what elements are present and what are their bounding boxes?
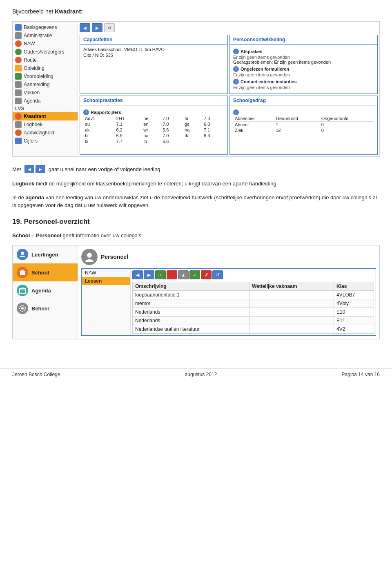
toolbar-next-btn[interactable]: ▶ <box>144 270 154 279</box>
sidebar-item-kwadrant[interactable]: Kwadrant <box>13 112 78 120</box>
sidebar-item-ouders[interactable]: Ouders/verzorgers <box>13 48 78 56</box>
personeel-label: Personeel <box>101 254 128 260</box>
agenda-para: In de agenda van een leerling van uw ond… <box>12 194 380 210</box>
sidebar-item-administratie[interactable]: Administratie <box>13 31 78 40</box>
personeel-screenshot: Leerlingen School Agenda Beheer <box>12 245 380 339</box>
table-row: NederlandsE11 <box>133 317 374 325</box>
footer-school: Jeroen Bosch College <box>12 372 60 377</box>
pers-sidebar-beheer[interactable]: Beheer <box>13 299 78 317</box>
beheer-icon <box>17 303 28 314</box>
agenda-icon <box>15 98 22 104</box>
sidebar-item-cijfers[interactable]: Cijfers <box>13 137 78 145</box>
inner-sidebar-naw[interactable]: NAW <box>82 269 130 277</box>
table-row: mentor4Vbly <box>133 299 374 308</box>
svg-marker-2 <box>19 270 26 272</box>
sidebar-item-agenda[interactable]: Agenda <box>13 97 78 105</box>
intro-heading: Bijvoorbeeld het Kwadrant: <box>12 8 380 15</box>
table-row: ak6.2wi5.6na7.1 <box>83 127 224 133</box>
toolbar-up-btn[interactable]: ▲ <box>178 270 189 279</box>
toolbar-check-btn[interactable]: ✓ <box>189 270 200 279</box>
next-button[interactable]: ▶ <box>92 23 102 32</box>
ouders-icon <box>15 49 22 55</box>
lessen-table: OmschrijvingWettelijke vaknaamKlas loopb… <box>132 282 374 334</box>
kwadrant-sidebar: Basisgegevens Administratie NAW Ouders/v… <box>13 22 78 156</box>
schoolgedrag-body: i AbsentiesGeoorloofdOngeoorloofd Absent… <box>230 105 377 154</box>
capaciteiten-body: Advies basisschool: VMBO TL t/m HAVO Cit… <box>80 45 227 94</box>
info-icon-2: i <box>233 66 239 72</box>
rapport-table: Adv12HTne7.0fa7.3du7.1en7.0gs6.0ak6.2wi5… <box>83 116 224 144</box>
prev-button[interactable]: ◀ <box>80 23 90 32</box>
schoolprestaties-header: Schoolprestaties <box>80 96 227 105</box>
schoolgedrag-header: Schoolgedrag <box>230 96 377 105</box>
sidebar-item-vakken[interactable]: Vakken <box>13 89 78 97</box>
table-row: Ziek120 <box>233 127 374 133</box>
persoonsontwikkeling-header: Persoonsontwikkeling <box>230 35 377 45</box>
toolbar-add-btn[interactable]: + <box>155 270 166 279</box>
pers-sidebar-agenda[interactable]: Agenda <box>13 281 78 299</box>
table-row: loopbaanoriëntatie 14VLOB7 <box>133 291 374 299</box>
toolbar-refresh-btn[interactable]: ↺ <box>212 270 223 279</box>
ongelezen-empty: Er zijn geen items gevonden <box>233 72 374 77</box>
svg-point-9 <box>87 253 92 258</box>
sidebar-item-naw[interactable]: NAW <box>13 40 78 48</box>
school-icon <box>17 267 28 278</box>
persoonsontwikkeling-panel: Persoonsontwikkeling i Afspraken Er zijn… <box>229 35 378 94</box>
nav-desc-text: gaat u snel naar een vorige of volgende … <box>49 166 162 172</box>
section19-heading: 19. Personeel-overzicht <box>12 218 380 226</box>
toolbar-remove-btn[interactable]: − <box>167 270 177 279</box>
sidebar-item-aanmelding[interactable]: Aanmelding <box>13 80 78 89</box>
administratie-icon <box>15 32 22 39</box>
gedrag-table: AbsentiesGeoorloofdOngeoorloofd Absent10… <box>233 116 374 133</box>
nav-desc-prefix: Met <box>12 166 21 172</box>
schoolprestaties-body: i Rapportcijfers Adv12HTne7.0fa7.3du7.1e… <box>80 105 227 154</box>
info-icon: i <box>233 49 239 54</box>
refresh-button[interactable]: ↺ <box>104 23 115 32</box>
sidebar-item-route[interactable]: Route <box>13 56 78 64</box>
cijfers-icon <box>15 138 22 144</box>
schoolgedrag-panel: Schoolgedrag i AbsentiesGeoorloofdOngeoo… <box>229 96 378 155</box>
sidebar-item-vooropleiding[interactable]: Vooropleiding <box>13 72 78 80</box>
personeel-header: Personeel <box>81 249 376 265</box>
vooropleiding-icon <box>15 73 22 80</box>
persoonsontwikkeling-body: i Afspraken Er zijn geen items gevonden … <box>230 45 377 94</box>
inline-next-btn[interactable]: ▶ <box>36 165 45 173</box>
table-row: Adv12HTne7.0fa7.3 <box>83 116 224 121</box>
lessen-header-row: OmschrijvingWettelijke vaknaamKlas <box>133 282 374 291</box>
personeel-main: Personeel NAW Lessen ◀ ▶ + − ▲ <box>78 245 379 339</box>
svg-point-0 <box>21 252 24 255</box>
kwadrant-main: ◀ ▶ ↺ Capaciteiten Advies basisschool: V… <box>78 22 379 156</box>
naw-icon <box>15 40 22 47</box>
svg-point-7 <box>21 307 24 310</box>
pers-sidebar-school[interactable]: School <box>13 263 78 281</box>
sidebar-item-aanwezigheid[interactable]: Aanwezigheid <box>13 129 78 137</box>
inline-nav-buttons: ◀ ▶ <box>24 165 45 173</box>
kwadrant-nav-buttons: ◀ ▶ ↺ <box>80 23 378 32</box>
leerlingen-icon <box>17 249 28 260</box>
sidebar-item-logboek[interactable]: Logboek <box>13 120 78 129</box>
ongelezen-title: i Ongelezen formulieren <box>233 66 374 72</box>
table-row: l27.7lb6.6 <box>83 138 224 144</box>
aanwezigheid-icon <box>15 129 22 136</box>
page-footer: Jeroen Bosch College augustus 2012 Pagin… <box>0 368 392 381</box>
toolbar-cancel-btn[interactable]: ✗ <box>201 270 212 279</box>
rapportcijfers-title: i Rapportcijfers <box>83 109 224 115</box>
agenda-pers-icon <box>17 285 28 296</box>
sidebar-item-basisgegevens[interactable]: Basisgegevens <box>13 23 78 31</box>
personeel-inner-panel: NAW Lessen ◀ ▶ + − ▲ ✓ ✗ ↺ <box>81 268 376 336</box>
inner-sidebar-lessen[interactable]: Lessen <box>82 277 130 285</box>
table-row: Absent10 <box>233 122 374 128</box>
info-icon-3: i <box>233 79 239 85</box>
toolbar-prev-btn[interactable]: ◀ <box>132 270 143 279</box>
kwadrant-icon <box>15 113 22 120</box>
personeel-inner-main: ◀ ▶ + − ▲ ✓ ✗ ↺ OmschrijvingWettelijke v… <box>131 269 376 335</box>
sidebar-item-opleiding[interactable]: Opleiding <box>13 64 78 72</box>
gedrag-header-row: AbsentiesGeoorloofdOngeoorloofd <box>233 116 374 122</box>
personeel-big-icon <box>81 249 98 265</box>
gedragsproblemen-row: Gedragsproblemen: Er zijn geen items gev… <box>233 60 374 65</box>
advies-row: Advies basisschool: VMBO TL t/m HAVO <box>83 47 224 52</box>
pers-sidebar-leerlingen[interactable]: Leerlingen <box>13 245 78 263</box>
inline-prev-btn[interactable]: ◀ <box>24 165 34 173</box>
footer-date: augustus 2012 <box>185 372 217 377</box>
personeel-inner-sidebar: NAW Lessen <box>82 269 131 335</box>
vakken-icon <box>15 89 22 96</box>
